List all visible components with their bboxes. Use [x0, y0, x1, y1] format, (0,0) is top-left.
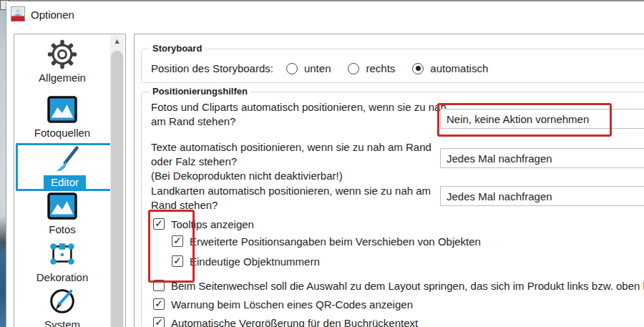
- radio-automatisch[interactable]: [412, 63, 424, 74]
- sidebar-item-label: Fotos: [42, 223, 83, 236]
- check-icon: ✓: [155, 298, 163, 308]
- checkbox-label: Beim Seitenwechsel soll die Auswahl zu d…: [171, 280, 644, 292]
- checkbox-row-buchruecken: ✓ Automatische Vergrößerung für den Buch…: [153, 316, 418, 327]
- checkbox[interactable]: ✓: [172, 235, 183, 247]
- options-dialog: Optionen Allgemein: [6, 1, 644, 327]
- sidebar-item-label: Dekoration: [29, 270, 96, 284]
- sidebar-scrollbar[interactable]: ▲: [110, 35, 124, 327]
- dropdown-value: Jedes Mal nachfragen: [447, 190, 552, 202]
- category-sidebar: Allgemein Fotoquellen Editor: [14, 34, 126, 327]
- sidebar-item-label: System: [37, 318, 87, 327]
- check-icon: ✓: [173, 235, 182, 245]
- pen-circle-icon: [47, 286, 77, 316]
- checkbox-label: Warnung beim Löschen eines QR-Codes anze…: [171, 298, 413, 311]
- texte-label: Texte automatisch positionieren, wenn si…: [151, 140, 448, 182]
- texte-note: (Bei Dekoprodukten nicht deaktivierbar!): [151, 169, 448, 183]
- dropdown-value: Nein, keine Aktion vornehmen: [447, 113, 589, 125]
- photo-icon: [47, 191, 77, 221]
- photo-album-icon: [11, 6, 25, 21]
- photos-cliparts-dropdown[interactable]: Nein, keine Aktion vornehmen: [440, 109, 644, 129]
- checkbox-label: Tooltips anzeigen: [171, 218, 254, 230]
- window-title: Optionen: [31, 9, 74, 21]
- brush-icon: [49, 145, 81, 175]
- texte-question: Texte automatisch positionieren, wenn si…: [151, 140, 448, 169]
- sidebar-item-system[interactable]: System: [14, 286, 110, 327]
- storyboard-position-label: Position des Storyboards:: [151, 62, 273, 74]
- scrollbar-thumb[interactable]: [111, 51, 123, 327]
- photos-cliparts-label: Fotos und Cliparts automatisch positioni…: [151, 100, 448, 129]
- checkbox-row-positionsangaben: ✓ Erweiterte Positionsangaben beim Versc…: [172, 235, 481, 248]
- checkbox-row-qrcode-warnung: ✓ Warnung beim Löschen eines QR-Codes an…: [153, 298, 413, 311]
- checkbox[interactable]: ✓: [153, 298, 165, 310]
- check-icon: ✓: [155, 317, 163, 327]
- checkbox[interactable]: ✓: [153, 218, 165, 230]
- sidebar-item-fotoquellen[interactable]: Fotoquellen: [14, 94, 110, 140]
- positioning-group: Positionierungshilfen Fotos und Cliparts…: [141, 92, 644, 327]
- selection-frame-icon: [47, 239, 77, 269]
- triangle-up-icon: ▲: [114, 38, 119, 44]
- radio-label: rechts: [366, 62, 395, 74]
- dropdown-value: Jedes Mal nachfragen: [447, 152, 552, 165]
- texte-dropdown[interactable]: Jedes Mal nachfragen: [440, 148, 644, 168]
- radio-label: unten: [304, 62, 331, 74]
- check-icon: ✓: [155, 218, 163, 228]
- checkbox-label: Erweiterte Positionsangaben beim Verschi…: [190, 235, 481, 248]
- storyboard-group: Storyboard Position des Storyboards: unt…: [141, 49, 644, 83]
- group-title: Positionierungshilfen: [150, 86, 250, 97]
- radio-rechts[interactable]: [348, 63, 359, 74]
- sidebar-item-fotos[interactable]: Fotos: [14, 191, 110, 236]
- checkbox-row-seitenwechsel: Beim Seitenwechsel soll die Auswahl zu d…: [153, 279, 644, 292]
- checkbox[interactable]: ✓: [153, 317, 165, 327]
- radio-label: automatisch: [430, 62, 488, 74]
- checkbox-row-tooltips: ✓ Tooltips anzeigen: [153, 218, 254, 230]
- sidebar-item-label: Fotoquellen: [27, 126, 97, 140]
- landkarten-dropdown[interactable]: Jedes Mal nachfragen: [440, 186, 644, 206]
- check-icon: ✓: [173, 255, 182, 265]
- checkbox[interactable]: [153, 280, 165, 291]
- storyboard-position-row: Position des Storyboards: unten rechts a…: [151, 62, 505, 74]
- title-bar: Optionen: [6, 1, 644, 34]
- landkarten-label: Landkarten automatisch positionieren, we…: [151, 184, 448, 213]
- sidebar-item-editor[interactable]: Editor: [16, 143, 114, 191]
- radio-unten[interactable]: [286, 63, 298, 74]
- group-title: Storyboard: [150, 43, 205, 54]
- sidebar-item-label: Editor: [44, 175, 86, 189]
- sidebar-item-label: Allgemein: [31, 71, 93, 84]
- photo-icon: [47, 94, 77, 125]
- sidebar-item-dekoration[interactable]: Dekoration: [14, 239, 110, 284]
- settings-panel: Storyboard Position des Storyboards: unt…: [134, 34, 644, 327]
- checkbox-row-objektnummern: ✓ Eindeutige Objektnummern: [172, 255, 320, 268]
- checkbox-label: Automatische Vergrößerung für den Buchrü…: [171, 317, 418, 327]
- checkbox-label: Eindeutige Objektnummern: [190, 255, 320, 268]
- checkbox[interactable]: ✓: [172, 255, 183, 267]
- gear-icon: [47, 39, 78, 69]
- sidebar-item-allgemein[interactable]: Allgemein: [14, 39, 110, 84]
- scrollbar-up-button[interactable]: ▲: [110, 35, 124, 47]
